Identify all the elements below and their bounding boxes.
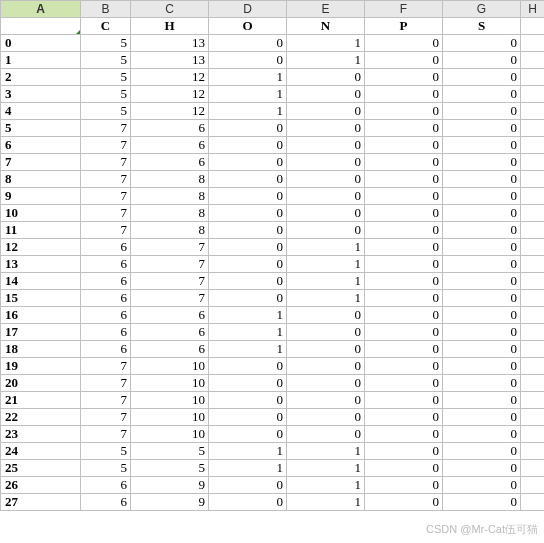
data-cell[interactable]: 13 [131,52,209,69]
empty-cell[interactable] [521,52,545,69]
row-index-cell[interactable]: 19 [1,358,81,375]
data-cell[interactable]: 0 [443,154,521,171]
data-cell[interactable]: 12 [131,86,209,103]
data-cell[interactable]: 0 [287,375,365,392]
empty-cell[interactable] [521,324,545,341]
row-index-cell[interactable]: 6 [1,137,81,154]
data-cell[interactable]: 1 [209,460,287,477]
data-cell[interactable]: 0 [287,307,365,324]
row-index-cell[interactable]: 17 [1,324,81,341]
data-cell[interactable]: 1 [287,443,365,460]
data-cell[interactable]: 0 [365,52,443,69]
row-index-cell[interactable]: 21 [1,392,81,409]
empty-cell[interactable] [521,86,545,103]
empty-cell[interactable] [521,69,545,86]
row-index-cell[interactable]: 15 [1,290,81,307]
data-cell[interactable]: 0 [287,69,365,86]
empty-cell[interactable] [521,460,545,477]
data-cell[interactable]: 8 [131,222,209,239]
row-index-cell[interactable]: 23 [1,426,81,443]
data-cell[interactable]: 6 [81,307,131,324]
data-cell[interactable]: 0 [209,477,287,494]
data-cell[interactable]: 6 [131,154,209,171]
data-cell[interactable]: 0 [365,307,443,324]
data-cell[interactable]: 0 [287,222,365,239]
data-cell[interactable]: 0 [287,205,365,222]
data-header-cell[interactable]: S [443,18,521,35]
data-cell[interactable]: 0 [365,392,443,409]
row-index-cell[interactable]: 24 [1,443,81,460]
data-cell[interactable]: 0 [365,188,443,205]
row-index-cell[interactable]: 5 [1,120,81,137]
spreadsheet-grid[interactable]: A B C D E F G H CHONPS051301001513010025… [0,0,544,511]
data-cell[interactable]: 6 [81,477,131,494]
data-cell[interactable]: 12 [131,103,209,120]
data-cell[interactable]: 1 [287,477,365,494]
data-cell[interactable]: 0 [287,358,365,375]
row-index-cell[interactable]: 14 [1,273,81,290]
data-cell[interactable]: 9 [131,477,209,494]
row-index-cell[interactable]: 8 [1,171,81,188]
row-index-cell[interactable]: 4 [1,103,81,120]
data-cell[interactable]: 5 [81,35,131,52]
data-cell[interactable]: 10 [131,375,209,392]
data-cell[interactable]: 7 [131,239,209,256]
data-cell[interactable]: 6 [81,341,131,358]
data-cell[interactable]: 5 [81,69,131,86]
data-cell[interactable]: 0 [365,426,443,443]
data-cell[interactable]: 0 [365,494,443,511]
data-cell[interactable]: 7 [81,392,131,409]
data-cell[interactable]: 0 [209,35,287,52]
row-index-cell[interactable]: 7 [1,154,81,171]
data-cell[interactable]: 0 [209,409,287,426]
data-cell[interactable]: 1 [287,273,365,290]
data-cell[interactable]: 0 [287,392,365,409]
empty-cell[interactable] [521,477,545,494]
data-cell[interactable]: 8 [131,171,209,188]
data-cell[interactable]: 10 [131,392,209,409]
data-cell[interactable]: 6 [81,273,131,290]
data-cell[interactable]: 0 [287,86,365,103]
fill-handle-icon[interactable] [76,30,80,34]
data-cell[interactable]: 0 [209,154,287,171]
data-cell[interactable]: 0 [365,86,443,103]
data-cell[interactable]: 0 [287,324,365,341]
empty-cell[interactable] [521,273,545,290]
data-cell[interactable]: 0 [443,69,521,86]
data-cell[interactable]: 7 [81,188,131,205]
data-cell[interactable]: 0 [365,256,443,273]
data-cell[interactable]: 0 [365,273,443,290]
data-cell[interactable]: 5 [81,86,131,103]
data-cell[interactable]: 0 [443,358,521,375]
data-cell[interactable]: 0 [209,120,287,137]
data-cell[interactable]: 7 [81,426,131,443]
col-header-B[interactable]: B [81,1,131,18]
data-cell[interactable]: 0 [443,392,521,409]
data-cell[interactable]: 9 [131,494,209,511]
data-cell[interactable]: 0 [443,222,521,239]
col-header-G[interactable]: G [443,1,521,18]
data-cell[interactable]: 0 [209,239,287,256]
data-cell[interactable]: 0 [209,290,287,307]
col-header-C[interactable]: C [131,1,209,18]
data-cell[interactable]: 0 [209,426,287,443]
data-cell[interactable]: 0 [287,341,365,358]
data-cell[interactable]: 0 [209,375,287,392]
row-index-cell[interactable]: 25 [1,460,81,477]
data-cell[interactable]: 0 [443,86,521,103]
data-header-cell[interactable]: C [81,18,131,35]
data-cell[interactable]: 0 [287,409,365,426]
empty-cell[interactable] [521,222,545,239]
data-cell[interactable]: 0 [443,307,521,324]
data-cell[interactable]: 0 [365,324,443,341]
data-cell[interactable]: 0 [287,137,365,154]
data-cell[interactable]: 6 [131,307,209,324]
data-cell[interactable]: 10 [131,358,209,375]
data-cell[interactable]: 0 [287,103,365,120]
data-cell[interactable]: 7 [81,171,131,188]
row-index-cell[interactable]: 13 [1,256,81,273]
active-cell[interactable] [1,18,81,35]
data-cell[interactable]: 1 [287,256,365,273]
data-cell[interactable]: 0 [443,205,521,222]
col-header-F[interactable]: F [365,1,443,18]
